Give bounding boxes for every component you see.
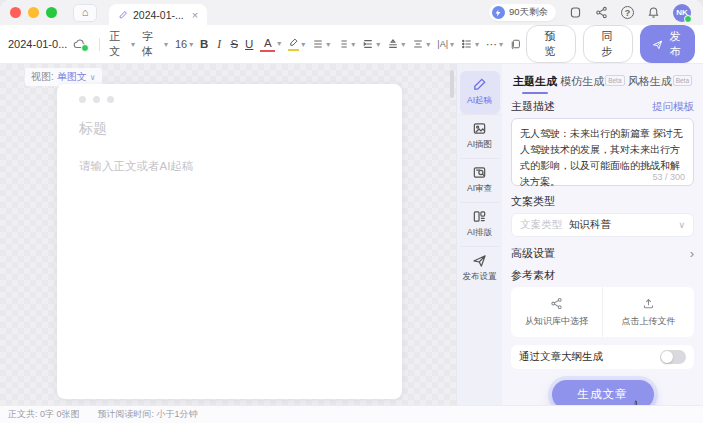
chevron-right-icon: ›	[690, 247, 694, 260]
chevron-down-icon: ∨	[678, 220, 685, 230]
font-color-a: A	[260, 36, 275, 53]
align-button[interactable]: ▾	[409, 36, 433, 52]
minimize-window-button[interactable]	[28, 7, 39, 18]
pencil-icon	[472, 77, 487, 92]
paragraph-style-value: 正文	[109, 29, 129, 59]
upload-icon	[642, 297, 655, 310]
letter-spacing-button[interactable]: |A| ▾	[434, 37, 457, 51]
avatar-initials: NK	[676, 8, 688, 17]
more-icon: ⋯	[486, 38, 497, 51]
ai-side-toolbar: AI起稿 AI插图 AI审查 AI排版	[456, 64, 502, 405]
side-item-label: 发布设置	[463, 271, 497, 283]
chevron-down-icon: ▾	[277, 39, 281, 48]
status-bar: 正文共: 0字 0张图 预计阅读时间: 小于1分钟	[0, 405, 703, 423]
upload-file-label: 点击上传文件	[622, 315, 676, 328]
more-tools-button[interactable]: ⋯ ▾	[483, 36, 506, 53]
chevron-down-icon: ▾	[164, 40, 168, 49]
editor-canvas: 视图: 单图文 ∨ 标题 请输入正文或者AI起稿	[0, 64, 456, 405]
paragraph-style-select[interactable]: 正文 ▾	[106, 27, 138, 61]
zoom-window-button[interactable]	[46, 7, 57, 18]
chevron-down-icon: ▾	[189, 40, 193, 49]
advanced-settings-label: 高级设置	[511, 246, 555, 261]
topic-description-input[interactable]: 无人驾驶：未来出行的新篇章 探讨无人驾驶技术的发展，其对未来出行方式的影响，以及…	[511, 118, 694, 186]
chevron-down-icon: ▾	[131, 40, 135, 49]
topic-description-label: 主题描述	[511, 99, 555, 114]
titlebar: ⌂ 2024-01-... × 90天剩余 ?	[0, 0, 703, 25]
copy-type-select[interactable]: 文案类型 知识科普 ∨	[511, 213, 694, 237]
side-item-label: AI审查	[467, 183, 492, 195]
ai-generate-panel: 主题生成 模仿生成 Beta 风格生成 Beta 主题描述 提问模板 无人驾驶：…	[502, 64, 703, 405]
reference-material-label: 参考素材	[511, 268, 555, 283]
chevron-down-icon: ▾	[351, 40, 355, 49]
publish-label: 发布	[667, 29, 683, 59]
tab-label: 主题生成	[513, 74, 557, 89]
tab-imitate-generate[interactable]: 模仿生成 Beta	[560, 74, 624, 93]
app-window: ⌂ 2024-01-... × 90天剩余 ?	[0, 0, 703, 423]
strikethrough-button[interactable]: S	[227, 37, 241, 51]
insert-block-button[interactable]: ▾	[384, 36, 408, 52]
side-item-ai-image[interactable]: AI插图	[460, 114, 500, 158]
italic-button[interactable]: I	[212, 37, 226, 51]
underline-button[interactable]: U	[242, 37, 256, 51]
font-color-button[interactable]: A ▾	[257, 34, 284, 55]
main-area: 视图: 单图文 ∨ 标题 请输入正文或者AI起稿 AI起稿	[0, 64, 703, 405]
bell-icon[interactable]	[647, 6, 660, 19]
help-glyph: ?	[625, 8, 631, 18]
layout-frame-icon[interactable]	[569, 6, 582, 19]
indent-icon	[362, 38, 374, 50]
user-avatar[interactable]: NK	[673, 4, 691, 22]
outline-toggle[interactable]	[660, 350, 686, 364]
chevron-down-icon: ∨	[90, 73, 96, 82]
question-template-link[interactable]: 提问模板	[652, 100, 694, 114]
copy-type-placeholder: 文案类型	[520, 218, 562, 232]
bullet-list-button[interactable]: ▾	[458, 36, 482, 52]
publish-button[interactable]: 发布	[640, 25, 695, 63]
beta-badge: Beta	[605, 75, 624, 86]
font-size-select[interactable]: 16 ▾	[172, 36, 196, 52]
document-card[interactable]: 标题 请输入正文或者AI起稿	[57, 84, 402, 399]
share-icon[interactable]	[595, 6, 608, 19]
window-controls	[10, 7, 57, 18]
editor-scrollbar[interactable]	[450, 70, 454, 98]
char-count: 53 / 300	[652, 172, 685, 182]
side-item-ai-review[interactable]: AI审查	[460, 158, 500, 202]
align-center-icon	[412, 38, 424, 50]
sync-button[interactable]: 同步	[583, 25, 633, 63]
body-placeholder[interactable]: 请输入正文或者AI起稿	[79, 159, 380, 174]
document-tab[interactable]: 2024-01-... ×	[109, 4, 207, 25]
trial-badge[interactable]: 90天剩余	[489, 4, 556, 21]
upload-file-option[interactable]: 点击上传文件	[602, 287, 694, 337]
highlight-color-button[interactable]: ▾	[285, 35, 308, 53]
line-height-icon	[312, 38, 324, 50]
side-item-publish-settings[interactable]: 发布设置	[460, 246, 500, 290]
help-icon[interactable]: ?	[621, 6, 634, 19]
share-icon	[550, 297, 563, 310]
close-window-button[interactable]	[10, 7, 21, 18]
home-button[interactable]: ⌂	[73, 4, 97, 22]
tab-close-icon[interactable]: ×	[192, 9, 198, 21]
chevron-down-icon: ▾	[426, 40, 430, 49]
bold-button[interactable]: B	[197, 37, 211, 51]
tab-style-generate[interactable]: 风格生成 Beta	[628, 74, 692, 93]
line-height-button[interactable]: ▾	[309, 36, 333, 52]
ordered-list-button[interactable]: ▾	[334, 36, 358, 52]
title-placeholder[interactable]: 标题	[79, 120, 380, 138]
side-item-ai-layout[interactable]: AI排版	[460, 202, 500, 246]
chevron-down-icon: ▾	[376, 40, 380, 49]
advanced-settings-row[interactable]: 高级设置 ›	[511, 246, 694, 261]
indent-button[interactable]: ▾	[359, 36, 383, 52]
preview-button[interactable]: 预览	[526, 25, 576, 63]
side-item-label: AI起稿	[467, 95, 492, 107]
side-item-ai-draft[interactable]: AI起稿	[460, 71, 500, 114]
knowledge-base-label: 从知识库中选择	[525, 315, 588, 328]
cloud-sync-icon[interactable]	[73, 37, 87, 51]
document-title[interactable]: 2024-01-0...	[8, 38, 67, 50]
card-dots	[79, 96, 380, 103]
tab-topic-generate[interactable]: 主题生成	[513, 74, 557, 93]
knowledge-base-option[interactable]: 从知识库中选择	[511, 287, 602, 337]
tab-label: 模仿生成	[560, 74, 604, 89]
trial-badge-label: 90天剩余	[509, 6, 548, 19]
format-painter-button[interactable]	[507, 36, 525, 52]
letter-spacing-icon: |A|	[437, 39, 448, 49]
font-family-select[interactable]: 字体 ▾	[139, 27, 171, 61]
